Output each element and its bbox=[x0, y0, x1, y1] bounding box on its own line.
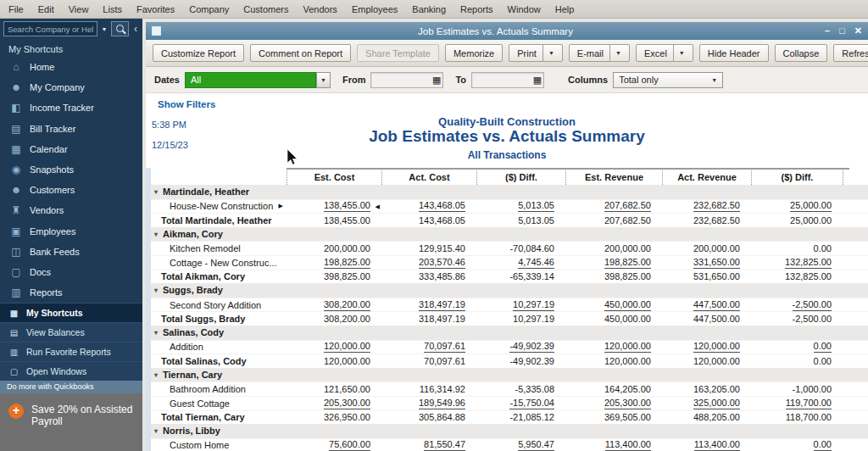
sidebar-item-docs[interactable]: ▢Docs bbox=[0, 262, 142, 282]
menu-file[interactable]: File bbox=[8, 4, 24, 14]
sidebar-item-income-tracker[interactable]: ◧Income Tracker bbox=[0, 97, 142, 118]
value-cell[interactable]: -5,335.08 bbox=[476, 384, 565, 394]
value-cell[interactable]: 143,468.05 bbox=[381, 200, 476, 212]
comment-on-report-button[interactable]: Comment on Report bbox=[250, 44, 351, 62]
from-date-field[interactable]: ▦ bbox=[370, 72, 443, 88]
value-cell[interactable]: 305,864.88 bbox=[381, 412, 476, 422]
menu-favorites[interactable]: Favorites bbox=[136, 4, 175, 14]
value-cell[interactable]: -1,000.00 bbox=[751, 384, 843, 394]
value-cell[interactable]: 163,205.00 bbox=[662, 384, 751, 394]
value-cell[interactable]: 119,700.00 bbox=[751, 398, 843, 409]
collapse-triangle-icon[interactable]: ▾ bbox=[154, 329, 158, 337]
value-cell[interactable]: 118,700.00 bbox=[751, 412, 843, 422]
sidebar-item-bill-tracker[interactable]: ▤Bill Tracker bbox=[0, 119, 142, 139]
menu-company[interactable]: Company bbox=[189, 4, 229, 14]
chevron-down-icon[interactable]: ▼ bbox=[609, 45, 621, 61]
sidebar-bottom-my-shortcuts[interactable]: ▦My Shortcuts bbox=[0, 303, 142, 322]
value-cell[interactable]: 308,200.00 bbox=[287, 299, 381, 311]
refresh-button[interactable]: Refresh bbox=[833, 44, 868, 62]
columns-select[interactable]: Total only ▼ bbox=[613, 72, 723, 88]
menu-customers[interactable]: Customers bbox=[243, 4, 288, 14]
value-cell[interactable]: 120,000.00 bbox=[565, 341, 662, 353]
calendar-icon[interactable]: ▦ bbox=[432, 75, 441, 85]
sidebar-bottom-open-windows[interactable]: ▢Open Windows bbox=[0, 361, 142, 381]
value-cell[interactable]: 25,000.00 bbox=[751, 200, 843, 212]
chevron-down-icon[interactable]: ▼ bbox=[542, 45, 554, 61]
collapse-triangle-icon[interactable]: ▾ bbox=[154, 231, 158, 238]
value-cell[interactable]: -49,902.39 bbox=[476, 356, 565, 366]
sidebar-item-calendar[interactable]: ▦Calendar bbox=[0, 139, 142, 159]
value-cell[interactable]: 198,825.00 bbox=[565, 257, 662, 269]
collapse-triangle-icon[interactable]: ▾ bbox=[154, 287, 158, 294]
search-input[interactable] bbox=[3, 21, 97, 36]
value-cell[interactable]: 447,500.00 bbox=[662, 314, 751, 324]
e-mail-button[interactable]: E-mail▼ bbox=[569, 44, 630, 62]
value-cell[interactable]: 200,000.00 bbox=[287, 243, 381, 253]
search-dropdown-caret-icon[interactable]: ▼ bbox=[100, 26, 108, 32]
value-cell[interactable]: 0.00 bbox=[751, 243, 843, 253]
value-cell[interactable]: 333,485.86 bbox=[381, 271, 476, 281]
value-cell[interactable]: 5,013.05 bbox=[476, 215, 565, 226]
value-cell[interactable]: 129,915.40 bbox=[381, 243, 476, 253]
value-cell[interactable]: -65,339.14 bbox=[476, 271, 565, 281]
value-cell[interactable]: 398,825.00 bbox=[287, 271, 381, 281]
value-cell[interactable]: 318,497.19 bbox=[381, 314, 476, 324]
value-cell[interactable]: 75,600.00 bbox=[287, 439, 381, 451]
collapse-triangle-icon[interactable]: ▾ bbox=[154, 188, 158, 196]
dates-select[interactable]: All bbox=[185, 72, 316, 88]
value-cell[interactable]: 447,500.00 bbox=[662, 299, 751, 311]
value-cell[interactable]: 10,297.19 bbox=[476, 314, 565, 324]
menu-banking[interactable]: Banking bbox=[412, 4, 446, 14]
sidebar-bottom-view-balances[interactable]: ▤View Balances bbox=[0, 322, 142, 342]
value-cell[interactable]: 203,570.46 bbox=[381, 257, 476, 269]
value-cell[interactable]: 143,468.05 bbox=[381, 215, 476, 226]
sidebar-item-home[interactable]: ⌂Home bbox=[0, 57, 142, 77]
value-cell[interactable]: 138,455.00 bbox=[287, 215, 381, 226]
value-cell[interactable]: 189,549.96 bbox=[381, 398, 476, 409]
menu-vendors[interactable]: Vendors bbox=[303, 4, 337, 14]
value-cell[interactable]: 132,825.00 bbox=[751, 257, 843, 269]
value-cell[interactable]: 326,950.00 bbox=[287, 412, 381, 422]
show-filters-link[interactable]: Show Filters bbox=[158, 99, 215, 109]
sidebar-item-vendors[interactable]: ♜Vendors bbox=[0, 200, 142, 220]
menu-view[interactable]: View bbox=[69, 4, 89, 14]
excel-button[interactable]: Excel▼ bbox=[636, 44, 693, 62]
value-cell[interactable]: 325,000.00 bbox=[662, 398, 751, 409]
value-cell[interactable]: 488,205.00 bbox=[662, 412, 751, 422]
value-cell[interactable]: 120,000.00 bbox=[287, 356, 381, 366]
value-cell[interactable]: 120,000.00 bbox=[662, 356, 751, 366]
dates-select-caret-icon[interactable]: ▼ bbox=[316, 72, 331, 88]
to-date-field[interactable]: ▦ bbox=[471, 72, 544, 88]
search-icon[interactable] bbox=[111, 21, 129, 36]
value-cell[interactable]: 120,000.00 bbox=[662, 341, 751, 353]
value-cell[interactable]: 121,650.00 bbox=[287, 384, 381, 394]
value-cell[interactable]: -15,750.04 bbox=[476, 398, 565, 409]
sidebar-item-snapshots[interactable]: ◉Snapshots bbox=[0, 159, 142, 180]
value-cell[interactable]: 200,000.00 bbox=[565, 243, 662, 253]
value-cell[interactable]: 207,682.50 bbox=[565, 200, 662, 212]
value-cell[interactable]: 116,314.92 bbox=[381, 384, 476, 394]
from-date-input[interactable] bbox=[373, 75, 432, 85]
value-cell[interactable]: -49,902.39 bbox=[476, 341, 565, 353]
value-cell[interactable]: 5,950.47 bbox=[476, 439, 565, 451]
value-cell[interactable]: 207,682.50 bbox=[565, 215, 662, 226]
value-cell[interactable]: 308,200.00 bbox=[287, 314, 381, 324]
value-cell[interactable]: 120,000.00 bbox=[287, 341, 381, 353]
collapse-triangle-icon[interactable]: ▾ bbox=[154, 427, 158, 435]
value-cell[interactable]: 132,825.00 bbox=[751, 271, 843, 281]
value-cell[interactable]: 369,505.00 bbox=[565, 412, 662, 422]
value-cell[interactable]: 450,000.00 bbox=[565, 299, 662, 311]
value-cell[interactable]: 331,650.00 bbox=[662, 257, 751, 269]
sidebar-collapse-icon[interactable]: ‹ bbox=[131, 23, 140, 35]
print-button[interactable]: Print▼ bbox=[509, 44, 563, 62]
menu-window[interactable]: Window bbox=[508, 4, 541, 14]
value-cell[interactable]: 81,550.47 bbox=[381, 439, 476, 451]
sidebar-bottom-run-favorite-reports[interactable]: ▥Run Favorite Reports bbox=[0, 342, 142, 361]
value-cell[interactable]: -21,085.12 bbox=[476, 412, 565, 422]
menu-reports[interactable]: Reports bbox=[460, 4, 493, 14]
collapse-triangle-icon[interactable]: ▾ bbox=[154, 371, 158, 379]
value-cell[interactable]: 198,825.00 bbox=[287, 257, 381, 269]
value-cell[interactable]: 232,682.50 bbox=[662, 215, 751, 226]
sidebar-item-my-company[interactable]: ☻My Company bbox=[0, 77, 142, 97]
menu-edit[interactable]: Edit bbox=[38, 4, 54, 14]
